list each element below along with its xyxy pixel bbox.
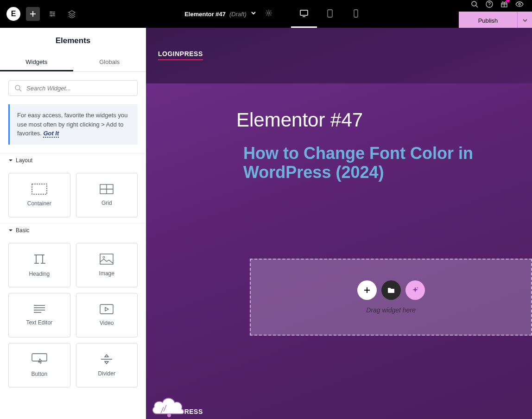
svg-point-10 <box>519 3 520 5</box>
caret-down-icon <box>8 158 13 163</box>
desktop-icon <box>299 9 309 18</box>
category-layout-header[interactable]: Layout <box>0 153 146 167</box>
svg-rect-6 <box>354 10 358 17</box>
svg-rect-14 <box>100 254 113 264</box>
image-icon <box>100 254 114 265</box>
search-icon <box>471 0 478 8</box>
structure-button[interactable] <box>65 7 79 21</box>
widget-label: Container <box>27 200 51 207</box>
widget-label: Heading <box>29 271 50 277</box>
widget-grid[interactable]: Grid <box>76 173 138 217</box>
svg-point-3 <box>267 12 270 14</box>
decorative-cloud <box>150 393 196 419</box>
mobile-view-tab[interactable] <box>343 0 369 28</box>
widget-video[interactable]: Video <box>76 293 138 337</box>
svg-point-0 <box>51 12 52 13</box>
canvas-page-title[interactable]: Elementor #47 <box>236 109 363 131</box>
video-icon <box>100 304 114 314</box>
grid-icon <box>100 184 114 194</box>
folder-icon <box>387 287 395 293</box>
tablet-icon <box>327 9 333 18</box>
category-basic-header[interactable]: Basic <box>0 223 146 237</box>
whats-new-button[interactable] <box>500 0 508 10</box>
plus-icon <box>29 10 37 18</box>
widget-label: Grid <box>101 200 112 206</box>
elements-sidebar: Elements Widgets Globals For easy access… <box>0 28 146 419</box>
svg-point-7 <box>472 1 476 6</box>
elementor-logo[interactable]: E <box>6 7 20 21</box>
settings-panel-button[interactable] <box>45 7 59 21</box>
tablet-view-tab[interactable] <box>317 0 343 28</box>
sidebar-title: Elements <box>0 28 146 54</box>
widget-container[interactable]: Container <box>8 173 70 217</box>
button-icon <box>32 353 47 365</box>
chevron-down-icon <box>250 10 257 16</box>
desktop-view-tab[interactable] <box>291 0 317 28</box>
search-input[interactable] <box>26 85 132 92</box>
search-icon <box>14 84 22 92</box>
svg-point-18 <box>167 413 171 417</box>
chevron-down-icon <box>522 18 528 23</box>
svg-rect-12 <box>32 184 47 194</box>
sparkle-icon <box>411 286 419 294</box>
ai-button[interactable] <box>405 280 425 300</box>
widget-image[interactable]: Image <box>76 243 138 287</box>
divider-icon <box>100 354 113 365</box>
widget-label: Image <box>99 270 114 277</box>
svg-point-15 <box>103 256 105 258</box>
plus-icon <box>363 286 371 294</box>
svg-point-2 <box>51 15 52 17</box>
widget-label: Divider <box>98 370 115 377</box>
page-title: Elementor #47 <box>184 11 226 18</box>
search-box[interactable] <box>8 80 138 96</box>
add-section-button[interactable] <box>357 280 377 300</box>
widget-divider[interactable]: Divider <box>76 343 138 387</box>
layers-icon <box>68 10 76 18</box>
publish-button[interactable]: Publish <box>459 12 517 29</box>
editor-canvas[interactable]: LOGINPRESS Elementor #47 How to Change F… <box>146 28 532 419</box>
container-icon <box>32 184 47 195</box>
notification-dot <box>506 0 510 2</box>
svg-rect-16 <box>100 305 113 314</box>
finder-button[interactable] <box>471 0 478 10</box>
brand-label-top: LOGINPRESS <box>158 50 203 60</box>
tab-widgets[interactable]: Widgets <box>0 54 73 71</box>
eye-icon <box>515 1 524 7</box>
gear-icon <box>265 9 272 17</box>
heading-icon <box>32 253 46 265</box>
mobile-icon <box>353 9 359 18</box>
sliders-icon <box>48 10 57 18</box>
top-bar: E Elementor #47 (Draft) <box>0 0 532 28</box>
widget-label: Video <box>100 320 114 326</box>
hint-text: For easy access, favorite the widgets yo… <box>17 112 127 137</box>
preview-button[interactable] <box>515 1 524 9</box>
help-icon <box>486 0 493 8</box>
drop-zone[interactable]: Drag widget here <box>250 259 532 336</box>
widget-heading[interactable]: Heading <box>8 243 70 287</box>
caret-down-icon <box>8 228 13 233</box>
svg-point-11 <box>15 85 20 90</box>
publish-options-dropdown[interactable] <box>517 12 532 29</box>
category-layout-label: Layout <box>16 157 32 164</box>
draft-status: (Draft) <box>229 11 247 18</box>
template-library-button[interactable] <box>381 280 401 300</box>
canvas-heading[interactable]: How to Change Font Color in WordPress (2… <box>243 144 513 182</box>
widget-text-editor[interactable]: Text Editor <box>8 293 70 337</box>
tab-globals[interactable]: Globals <box>73 54 146 71</box>
svg-point-1 <box>53 13 55 15</box>
text-editor-icon <box>33 305 46 314</box>
drop-zone-text: Drag widget here <box>366 306 416 314</box>
page-settings-button[interactable] <box>265 9 272 19</box>
svg-rect-4 <box>300 10 308 15</box>
help-button[interactable] <box>486 0 493 10</box>
svg-rect-5 <box>328 10 332 17</box>
widget-label: Button <box>31 371 47 377</box>
add-element-button[interactable] <box>26 7 40 21</box>
got-it-link[interactable]: Got It <box>43 130 59 138</box>
title-dropdown[interactable] <box>250 10 257 18</box>
favorites-hint: For easy access, favorite the widgets yo… <box>8 104 138 145</box>
category-basic-label: Basic <box>16 227 29 234</box>
widget-label: Text Editor <box>26 319 52 326</box>
widget-button[interactable]: Button <box>8 343 70 387</box>
